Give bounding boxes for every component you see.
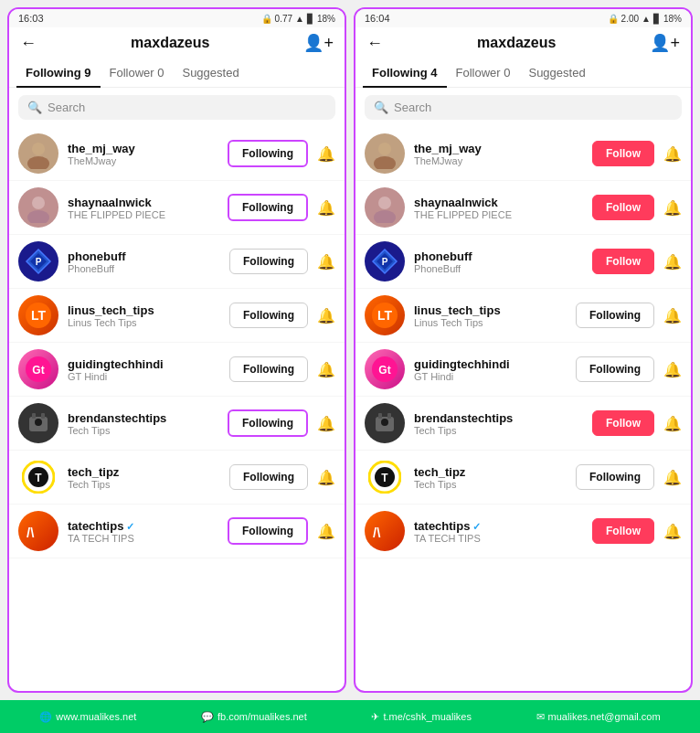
- notification-bell-icon[interactable]: 🔔: [663, 361, 682, 378]
- follow-button[interactable]: Following: [228, 140, 308, 167]
- follow-button[interactable]: Following: [576, 356, 654, 382]
- notification-bell-icon[interactable]: 🔔: [663, 469, 682, 486]
- back-button[interactable]: ←: [366, 34, 383, 53]
- follow-button[interactable]: Following: [228, 194, 308, 221]
- verified-badge: ✓: [126, 521, 134, 532]
- user-item: LTlinus_tech_tipsLinus Tech TipsFollowin…: [355, 289, 691, 343]
- follow-button[interactable]: Follow: [592, 518, 654, 544]
- add-user-button[interactable]: 👤+: [650, 33, 680, 53]
- user-info: tatechtips✓TA TECH TIPS: [68, 519, 218, 544]
- display-name: THE FLIPPED PIECE: [68, 209, 218, 220]
- notification-bell-icon[interactable]: 🔔: [317, 253, 335, 271]
- search-bar: 🔍 Search: [365, 95, 682, 120]
- follow-button[interactable]: Following: [229, 249, 308, 274]
- tab-2[interactable]: Suggested: [519, 58, 594, 87]
- display-name: THE FLIPPED PIECE: [414, 209, 583, 220]
- notification-bell-icon[interactable]: 🔔: [317, 199, 335, 217]
- tab-1[interactable]: Follower 0: [101, 58, 174, 87]
- avatar: /\: [18, 511, 58, 551]
- tab-0[interactable]: Following 9: [16, 58, 101, 87]
- username: linus_tech_tips: [68, 303, 220, 317]
- add-user-button[interactable]: 👤+: [303, 33, 334, 53]
- notification-bell-icon[interactable]: 🔔: [317, 469, 335, 486]
- follow-button[interactable]: Following: [229, 464, 308, 490]
- user-info: phonebuffPhoneBuff: [414, 250, 583, 274]
- notification-bell-icon[interactable]: 🔔: [317, 361, 335, 378]
- bottom-label: www.mualikes.net: [56, 711, 136, 722]
- status-time: 16:04: [365, 13, 390, 24]
- display-name: GT Hindi: [414, 371, 567, 382]
- display-name: PhoneBuff: [414, 263, 583, 274]
- follow-button[interactable]: Follow: [592, 195, 654, 220]
- notification-bell-icon[interactable]: 🔔: [663, 145, 682, 163]
- bottom-bar-item[interactable]: 🌐www.mualikes.net: [39, 711, 136, 723]
- notification-bell-icon[interactable]: 🔔: [317, 307, 335, 324]
- username: linus_tech_tips: [414, 303, 567, 317]
- username: brendanstechtips: [68, 411, 218, 425]
- notification-bell-icon[interactable]: 🔔: [317, 523, 335, 540]
- tab-1[interactable]: Follower 0: [447, 58, 520, 87]
- search-input[interactable]: Search: [394, 101, 431, 114]
- notification-bell-icon[interactable]: 🔔: [663, 415, 682, 432]
- username: tech_tipz: [414, 465, 567, 479]
- display-name: TA TECH TIPS: [68, 533, 218, 544]
- display-name: Tech Tips: [68, 479, 220, 490]
- notification-bell-icon[interactable]: 🔔: [317, 145, 335, 163]
- svg-point-21: [378, 197, 391, 209]
- signal-icon: 🔒: [261, 14, 272, 24]
- svg-text:/\: /\: [27, 525, 35, 540]
- bottom-bar-item[interactable]: ✉mualikes.net@gmail.com: [536, 711, 661, 723]
- svg-rect-12: [32, 413, 36, 419]
- follow-button[interactable]: Follow: [592, 141, 654, 166]
- user-item: /\tatechtips✓TA TECH TIPSFollowing🔔: [9, 505, 345, 558]
- bottom-bar-item[interactable]: ✈t.me/cshk_mualikes: [371, 711, 472, 723]
- back-button[interactable]: ←: [20, 34, 37, 53]
- follow-button[interactable]: Following: [229, 303, 308, 328]
- user-info: tech_tipzTech Tips: [414, 465, 567, 490]
- display-name: TheMJway: [68, 155, 218, 166]
- username: brendanstechtips: [414, 411, 583, 425]
- tab-0[interactable]: Following 4: [363, 58, 447, 87]
- display-name: TheMJway: [414, 155, 583, 166]
- notification-bell-icon[interactable]: 🔔: [663, 307, 682, 324]
- user-item: PphonebuffPhoneBuffFollowing🔔: [9, 235, 345, 289]
- svg-text:T: T: [381, 472, 388, 484]
- follow-button[interactable]: Following: [576, 303, 654, 328]
- notification-bell-icon[interactable]: 🔔: [663, 253, 682, 271]
- avatar: Gt: [365, 349, 405, 389]
- user-item: LTlinus_tech_tipsLinus Tech TipsFollowin…: [9, 289, 345, 343]
- user-list: the_mj_wayTheMJwayFollowing🔔shaynaalnwic…: [9, 127, 345, 691]
- follow-button[interactable]: Following: [228, 409, 308, 437]
- verified-badge: ✓: [472, 521, 481, 532]
- follow-button[interactable]: Following: [228, 517, 308, 545]
- username: guidingtechhindi: [68, 357, 220, 371]
- svg-point-22: [374, 210, 396, 223]
- username: tatechtips✓: [414, 519, 583, 533]
- user-item: shaynaalnwickTHE FLIPPED PIECEFollow🔔: [355, 181, 691, 235]
- follow-button[interactable]: Follow: [592, 249, 654, 274]
- svg-point-0: [32, 143, 45, 155]
- avatar: T: [18, 457, 58, 497]
- user-list: the_mj_wayTheMJwayFollow🔔shaynaalnwickTH…: [355, 127, 691, 691]
- tab-2[interactable]: Suggested: [173, 58, 248, 87]
- avatar: [18, 187, 58, 228]
- user-info: brendanstechtipsTech Tips: [414, 411, 583, 436]
- display-name: Linus Tech Tips: [68, 317, 220, 328]
- display-name: Linus Tech Tips: [414, 317, 567, 328]
- search-input[interactable]: Search: [48, 101, 85, 114]
- bottom-bar-item[interactable]: 💬fb.com/mualikes.net: [201, 711, 307, 723]
- notification-bell-icon[interactable]: 🔔: [663, 523, 682, 540]
- follow-button[interactable]: Follow: [592, 410, 654, 436]
- user-info: linus_tech_tipsLinus Tech Tips: [414, 303, 567, 328]
- user-item: GtguidingtechhindiGT HindiFollowing🔔: [355, 343, 691, 397]
- follow-button[interactable]: Following: [576, 464, 654, 490]
- display-name: Tech Tips: [414, 425, 583, 436]
- follow-button[interactable]: Following: [229, 356, 308, 382]
- svg-point-33: [381, 419, 388, 426]
- panel-right: 16:04 🔒 2.00 ▲ ▊ 18% ← maxdazeus 👤+ Foll…: [354, 7, 693, 693]
- notification-bell-icon[interactable]: 🔔: [317, 415, 335, 432]
- user-item: brendanstechtipsTech TipsFollow🔔: [355, 397, 691, 451]
- username: tech_tipz: [68, 465, 220, 479]
- notification-bell-icon[interactable]: 🔔: [663, 199, 682, 217]
- header-title: maxdazeus: [477, 35, 556, 51]
